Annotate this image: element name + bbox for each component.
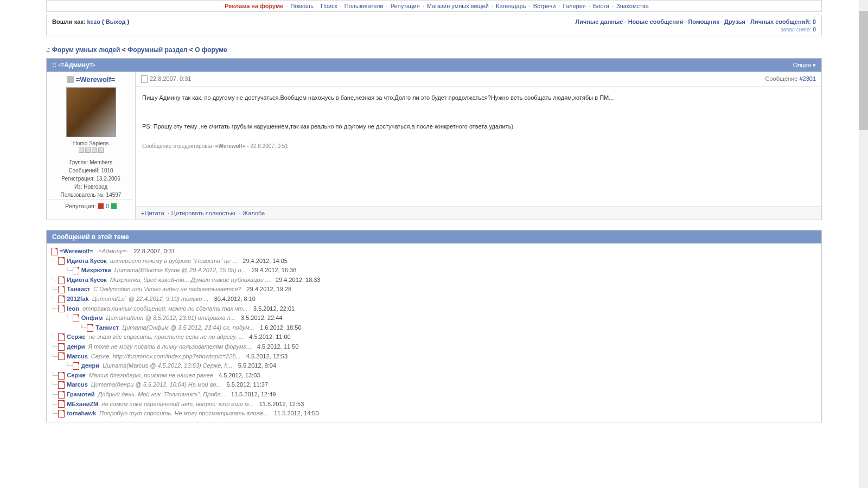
thread-snippet: Цитата(денри @ 5.5.2012, 10:04) На мой в… (91, 380, 221, 390)
quote-button[interactable]: +Цитата (141, 210, 164, 216)
thread-author-link[interactable]: Marcus (67, 380, 88, 390)
thread-item-icon (58, 296, 65, 303)
post-author-link[interactable]: =Werewolf= (76, 75, 116, 84)
thread-item[interactable]: └─ ОнфимЦитата(leon @ 3.5.2012, 23:01) о… (51, 313, 817, 323)
thread-item[interactable]: └─ MEхaниZMна самом нике ограничений нет… (51, 400, 817, 409)
thread-author-link[interactable]: Серже (67, 371, 85, 381)
thread-item[interactable]: └─ ТанкистЦитата(Онфим @ 3.5.2012, 23:44… (51, 323, 817, 333)
thread-author-link[interactable]: MEхaниZM (67, 400, 98, 409)
nav-link[interactable]: Пользователи (344, 3, 384, 9)
thread-item[interactable]: └─ денриЯ тоже не могу писать в личку по… (51, 342, 817, 352)
thread-snippet: Я тоже не могу писать в личку пользовате… (88, 342, 251, 352)
nav-link[interactable]: Знакомства (616, 3, 649, 9)
thread-item[interactable]: └─ МихрюткаЦитата(Идиота Кусок @ 29.4.20… (51, 266, 817, 275)
thread-item[interactable]: └─ tomahawkПопробую тут спросить. Не мог… (51, 409, 817, 419)
thread-item[interactable]: └─ MarcusСерже, http://forumnov.com/inde… (51, 352, 817, 362)
thread-item[interactable]: └─ денриЦитата(Marcus @ 4.5.2012, 13:53)… (51, 361, 817, 371)
nav-link[interactable]: Встречи (533, 3, 556, 9)
user-status-icon (67, 76, 74, 83)
snow-value[interactable]: 0 (813, 27, 816, 33)
thread-item[interactable]: =Werewolf=-=Админу=-22.8.2007, 0:31 (51, 247, 817, 256)
tree-indent: └─ (51, 361, 73, 371)
nav-link[interactable]: Блоги (593, 3, 609, 9)
nav-link[interactable]: Реклама на форуме (225, 3, 283, 9)
thread-author-link[interactable]: денри (81, 361, 99, 371)
rep-value[interactable]: 0 (106, 203, 109, 209)
userbar-link[interactable]: Помощник (688, 18, 719, 25)
thread-author-link[interactable]: Михрютка (81, 266, 111, 275)
breadcrumb-forum[interactable]: Форум умных людей (52, 46, 120, 54)
nav-link[interactable]: Репутация (391, 3, 420, 9)
nav-link[interactable]: Поиск (321, 3, 337, 9)
logged-as-label: Вошли как: (52, 18, 87, 25)
thread-item[interactable]: └─ leonотправка личных сообщений: можно … (51, 304, 817, 314)
thread-item-icon (58, 410, 65, 418)
thread-date: 4.5.2012, 13:03 (219, 371, 260, 381)
thread-item-icon (73, 267, 79, 274)
tree-indent: └─ (51, 294, 58, 304)
nav-link[interactable]: Календарь (496, 3, 526, 9)
thread-item[interactable]: └─ Сержене знаю где спросить, простите е… (51, 332, 817, 342)
thread-item-icon (73, 314, 79, 322)
topic-options-dropdown[interactable]: Опции ▾ (793, 62, 816, 69)
userbar-link[interactable]: Личных сообщений: 0 (750, 18, 816, 25)
username-link[interactable]: kezo (87, 18, 100, 25)
thread-snippet: отправка личных сообщений: можно ли сдел… (82, 304, 248, 314)
thread-date: 5.5.2012, 9:04 (238, 361, 276, 371)
thread-item[interactable]: └─ MarcusЦитата(денри @ 5.5.2012, 10:04)… (51, 380, 817, 390)
topic-box: :: -=Админу=- Опции ▾ =Werewolf= Homo Sa… (46, 58, 822, 220)
thread-author-link[interactable]: =Werewolf= (60, 247, 93, 256)
thread-author-link[interactable]: Идиота Кусок (67, 275, 107, 285)
rep-plus-button[interactable] (111, 203, 117, 209)
topic-header: :: -=Админу=- Опции ▾ (47, 59, 821, 72)
report-button[interactable]: Жалоба (242, 210, 265, 216)
thread-snippet: Цитата(leon @ 3.5.2012, 23:01) отправка … (106, 313, 235, 323)
thread-author-link[interactable]: Танкист (67, 285, 90, 294)
post-icon (141, 75, 148, 83)
avatar[interactable] (66, 87, 116, 137)
thread-author-link[interactable]: Онфим (81, 313, 103, 323)
tree-indent: └─ (51, 323, 87, 333)
thread-item[interactable]: └─ СержеMarcus благодарю, поиском не наш… (51, 371, 817, 381)
breadcrumb-topic[interactable]: О форуме (195, 46, 227, 54)
thread-author-link[interactable]: Серже (67, 332, 85, 342)
nav-link[interactable]: Помощь (290, 3, 314, 9)
thread-item[interactable]: └─ Идиота КусокМихрютка, бред какой-то..… (51, 275, 817, 285)
thread-item[interactable]: └─ ТанкистС Dailymotion или Vimeo видео … (51, 285, 817, 294)
thread-item-icon (51, 248, 58, 255)
post-permalink[interactable]: #2301 (799, 75, 816, 82)
user-bar: Вошли как: kezo ( Выход ) Личные данные … (46, 15, 822, 36)
scrollbar-thumb[interactable] (859, 11, 868, 130)
thread-author-link[interactable]: tomahawk (67, 409, 96, 419)
scrollbar[interactable] (859, 0, 868, 422)
thread-author-link[interactable]: leon (67, 304, 79, 314)
nav-link[interactable]: Галерея (563, 3, 586, 9)
thread-author-link[interactable]: Идиота Кусок (67, 256, 107, 266)
thread-author-link[interactable]: 2012fak (67, 294, 88, 304)
userbar-link[interactable]: Личные данные (575, 18, 623, 25)
userbar-link[interactable]: Новые сообщения (628, 18, 684, 25)
full-quote-button[interactable]: Цитировать полностью (171, 210, 235, 216)
userbar-link[interactable]: Друзья (724, 18, 745, 25)
user-info: Группа: Members Сообщений: 1010 Регистра… (49, 158, 133, 199)
thread-snippet: С Dailymotion или Vimeo видео не подхват… (93, 285, 241, 294)
thread-author-link[interactable]: Marcus (67, 352, 88, 362)
thread-author-link[interactable]: денри (67, 342, 85, 352)
thread-date: 3.5.2012, 22:44 (241, 313, 282, 323)
reputation-row: Репутация: 0 (49, 199, 133, 213)
thread-date: 11.5.2012, 12:49 (231, 390, 276, 400)
thread-snippet: Цитата(Онфим @ 3.5.2012, 23:44) ок, поду… (122, 323, 254, 333)
thread-author-link[interactable]: Грамотей (67, 390, 94, 400)
thread-item-icon (58, 333, 65, 341)
nav-link[interactable]: Магазин умных вещей (427, 3, 489, 9)
logout-link[interactable]: Выход (106, 18, 126, 25)
topic-title: -=Админу=- (58, 61, 95, 69)
rep-minus-button[interactable] (98, 203, 104, 209)
thread-item[interactable]: └─ 2012fakЦитата(Lu` @ 22.4.2012, 9:10) … (51, 294, 817, 304)
breadcrumb-section[interactable]: Форумный раздел (127, 46, 187, 54)
thread-author-link[interactable]: Танкист (95, 323, 119, 333)
tree-indent: └─ (51, 400, 58, 409)
user-rank: Homo Sapiens (49, 140, 133, 146)
thread-item[interactable]: └─ ГрамотейДобрый день. Мой ник "Полковн… (51, 390, 817, 400)
thread-item[interactable]: └─ Идиота Кусокинтересно почему в рубрик… (51, 256, 817, 266)
